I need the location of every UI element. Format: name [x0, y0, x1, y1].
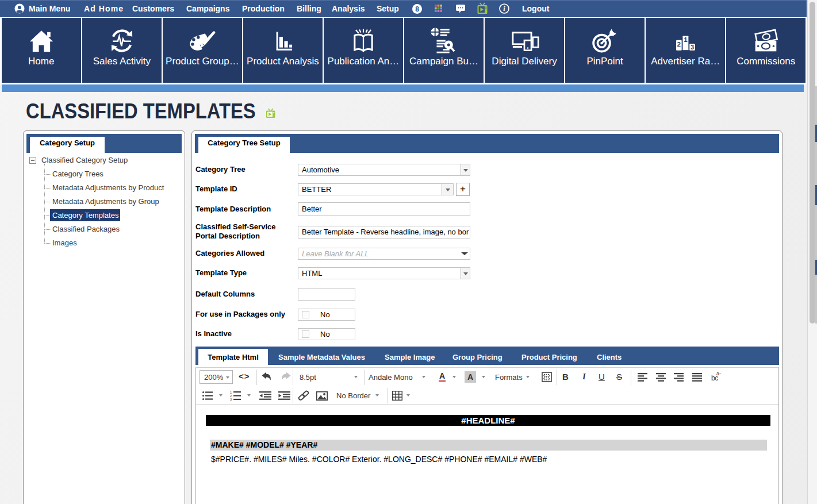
svg-text:3: 3: [230, 398, 232, 401]
svg-text:3: 3: [691, 44, 694, 50]
svg-text:8: 8: [415, 5, 419, 13]
svg-text:2: 2: [677, 40, 681, 47]
svg-text:i: i: [503, 5, 505, 13]
svg-text:1: 1: [684, 36, 688, 43]
